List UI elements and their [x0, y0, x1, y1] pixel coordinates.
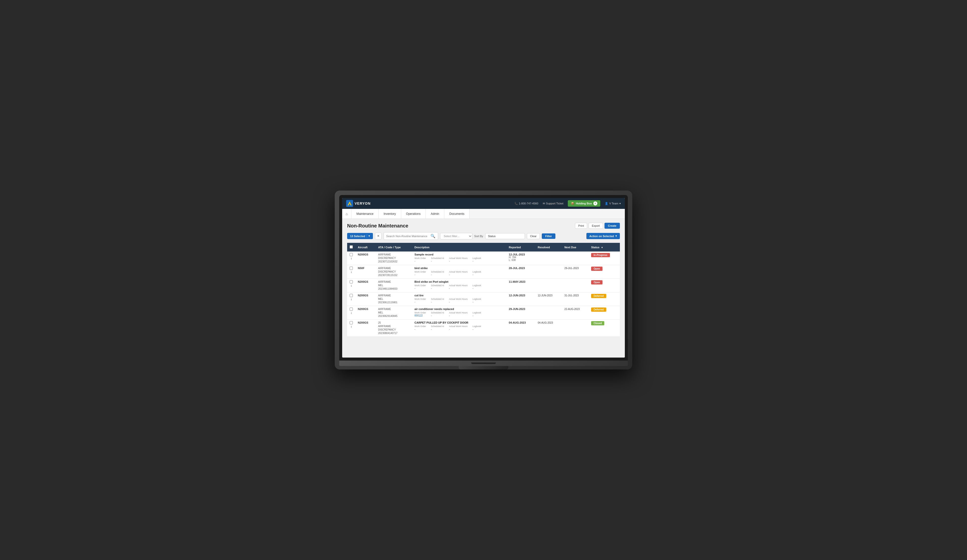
logo-area: VERYON — [346, 200, 371, 207]
clear-button[interactable]: Clear — [527, 233, 540, 239]
aircraft-name: N200GS — [358, 294, 373, 297]
nav-item-admin[interactable]: Admin — [426, 209, 444, 219]
work-order-value: - — [414, 287, 426, 290]
actual-work-hours-value: - — [449, 314, 468, 317]
print-button[interactable]: Print — [575, 223, 587, 229]
reported-hours: H: 784 — [509, 256, 533, 259]
logbook-value: - — [473, 273, 481, 276]
row-checkbox-cell: ℹ — [347, 279, 355, 292]
aircraft-cell: N50F — [355, 265, 376, 279]
nav-item-inventory[interactable]: Inventory — [379, 209, 401, 219]
resolved-cell — [535, 306, 562, 320]
status-cell: Deferred — [589, 292, 620, 306]
phone-link[interactable]: 📞 1-800-747-4560 — [515, 202, 538, 205]
header-next-due: Next Due — [562, 243, 589, 252]
clear-x-button[interactable]: ✕ — [375, 233, 381, 239]
holding-box-badge: 0 — [593, 201, 597, 206]
header-checkbox-col — [347, 243, 355, 252]
data-table: Aircraft ATA / Code / Type Description R… — [347, 243, 620, 337]
selected-button[interactable]: 13 Selected ▾ — [347, 233, 373, 239]
actual-work-hours-item: Actual Work Hours - — [449, 257, 468, 262]
info-icon[interactable]: ℹ — [350, 285, 353, 287]
row-checkbox[interactable] — [350, 321, 353, 324]
nav-item-documents[interactable]: Documents — [444, 209, 470, 219]
logbook-label: Logbook — [473, 325, 481, 328]
scheduled-at-item: Scheduled At - — [431, 284, 444, 290]
filter-select[interactable]: Select filter... — [440, 233, 472, 239]
resolved-cell — [535, 279, 562, 292]
chevron-down-icon: ▾ — [619, 202, 621, 205]
action-on-selected-button[interactable]: Action on Selected ▾ — [586, 233, 620, 239]
logbook-item: Logbook - — [473, 270, 481, 276]
search-input[interactable] — [386, 235, 429, 238]
row-checkbox[interactable] — [350, 294, 353, 297]
next-due-cell: 29-JUL-2023 — [562, 265, 589, 279]
export-button[interactable]: Export — [589, 223, 603, 229]
scheduled-at-label: Scheduled At — [431, 311, 444, 314]
row-checkbox-cell: ℹ — [347, 292, 355, 306]
create-button[interactable]: Create — [604, 223, 620, 229]
nav-home-button[interactable]: ⌂ — [342, 209, 351, 219]
work-order-item: Work Order - — [414, 284, 426, 290]
row-checkbox[interactable] — [350, 280, 353, 283]
row-checkbox-cell: ℹ — [347, 252, 355, 265]
reported-date: 11-MAY-2023 — [509, 280, 533, 283]
next-due-cell: 22-AUG-2023 — [562, 306, 589, 320]
description-text: Bird strike on Port winglet — [414, 280, 504, 283]
header-status: Status ▼ — [589, 243, 620, 252]
actual-work-hours-value: - — [449, 328, 468, 331]
reported-landings: L: 638 — [509, 259, 533, 262]
support-ticket-link[interactable]: ✉ Support Ticket — [543, 202, 563, 205]
info-icon[interactable]: ℹ — [350, 298, 353, 301]
actual-work-hours-label: Actual Work Hours — [449, 257, 468, 259]
info-icon[interactable]: ℹ — [350, 271, 353, 273]
sort-arrow-icon: ▼ — [601, 246, 603, 249]
row-checkbox-cell: ℹ — [347, 265, 355, 279]
ata-code: AIRFRAMEMEL20230629140845 — [378, 308, 409, 318]
info-icon[interactable]: ℹ — [350, 312, 353, 315]
nav-item-maintenance[interactable]: Maintenance — [351, 209, 379, 219]
row-checkbox[interactable] — [350, 308, 353, 311]
row-checkbox-cell: ℹ — [347, 320, 355, 337]
veryon-logo-icon — [346, 200, 353, 207]
status-cell: Open — [589, 279, 620, 292]
scheduled-at-value: - — [431, 328, 444, 331]
info-icon[interactable]: ℹ — [350, 325, 353, 328]
row-checkbox[interactable] — [350, 253, 353, 256]
resolved-date: 12-JUN-2023 — [538, 294, 553, 297]
scheduled-at-value: - — [431, 301, 444, 303]
envelope-icon: ✉ — [543, 202, 545, 205]
aircraft-cell: N200GS — [355, 306, 376, 320]
row-checkbox[interactable] — [350, 267, 353, 270]
work-order-link[interactable]: 000122 — [414, 314, 426, 317]
reported-cell: 11-MAY-2023 — [506, 279, 535, 292]
logbook-value: - — [473, 260, 481, 262]
next-due-cell: 31-JUL-2023 — [562, 292, 589, 306]
ata-cell: 25AIRFRAMEDISCREPANCY20230804140717 — [376, 320, 412, 337]
logbook-value: - — [473, 314, 481, 317]
scheduled-at-value: - — [431, 287, 444, 290]
actual-work-hours-item: Actual Work Hours - — [449, 311, 468, 317]
filter-button[interactable]: Filter — [542, 234, 555, 239]
resolved-cell: 04-AUG-2023 — [535, 320, 562, 337]
holding-box-button[interactable]: 📦 Holding Box 0 — [568, 200, 600, 207]
reported-cell: 29-JUN-2023 — [506, 306, 535, 320]
aircraft-name: N200GS — [358, 321, 373, 324]
actual-work-hours-item: Actual Work Hours - — [449, 325, 468, 331]
scheduled-at-item: Scheduled At - — [431, 325, 444, 331]
scheduled-at-item: Scheduled At - — [431, 311, 444, 317]
top-bar-right: 📞 1-800-747-4560 ✉ Support Ticket 📦 Hold… — [515, 200, 621, 207]
aircraft-name: N50F — [358, 267, 373, 270]
sort-status-input[interactable] — [485, 233, 525, 239]
sub-row: Work Order - Scheduled At - Actual Work … — [414, 325, 504, 331]
logbook-label: Logbook — [473, 270, 481, 273]
nav-item-operations[interactable]: Operations — [401, 209, 426, 219]
work-order-label: Work Order — [414, 284, 426, 287]
aircraft-cell: N200GS — [355, 320, 376, 337]
page-title: Non-Routine Maintenance — [347, 223, 408, 229]
select-all-checkbox[interactable] — [350, 245, 353, 249]
info-icon[interactable]: ℹ — [350, 257, 353, 260]
description-cell: bird strike Work Order - Scheduled At - … — [412, 265, 507, 279]
vteam-button[interactable]: 👤 V Team ▾ — [605, 202, 621, 205]
status-badge: Open — [591, 280, 602, 285]
